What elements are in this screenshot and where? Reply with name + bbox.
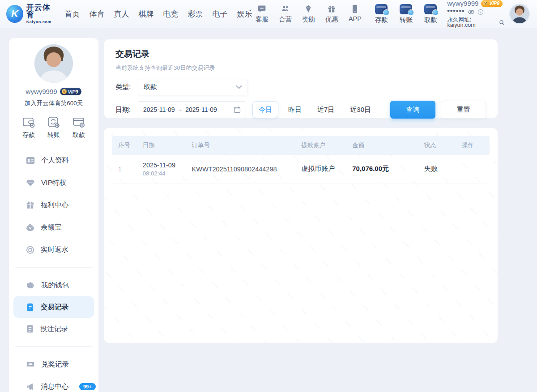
balance-dropdown-icon[interactable] — [477, 9, 484, 15]
menu-label: 余额宝 — [41, 223, 62, 232]
menu-label: VIP特权 — [41, 178, 66, 187]
wallet-outline-icon — [22, 116, 35, 128]
nav-item-entertainment[interactable]: 娱乐 — [237, 9, 252, 19]
transaction-table-card: 序号 日期 订单号 提款账户 金额 状态 操作 1 2025-11-09 08:… — [104, 128, 498, 343]
nav-item-esports[interactable]: 电竞 — [163, 9, 178, 19]
service-label: 赞助 — [302, 15, 315, 24]
welfare-gift-icon — [26, 201, 34, 209]
partnership-button[interactable]: 合营 — [275, 4, 295, 24]
sidebar-quick-actions: 存款 转账 取款 — [9, 116, 98, 139]
profile-avatar[interactable] — [34, 44, 73, 83]
menu-label: 交易记录 — [41, 303, 68, 312]
app-download-button[interactable]: APP — [345, 4, 365, 24]
account-sidebar: wywy9999 V VIP9 加入开云体育第600天 存款 转账 取款 — [9, 38, 98, 392]
sidebar-transfer-button[interactable]: 转账 — [47, 116, 60, 139]
transfer-button[interactable]: 转账 — [396, 4, 416, 24]
col-amount: 金额 — [346, 141, 418, 149]
col-status: 状态 — [418, 141, 456, 149]
sidebar-menu: 个人资料 VIP特权 福利中心 余额宝 实时返水 我的钱包 交易记录 — [9, 149, 98, 392]
type-selected-value: 取款 — [144, 83, 157, 91]
withdraw-button[interactable]: 取款 — [420, 4, 441, 24]
range-7days-button[interactable]: 近7日 — [311, 101, 340, 118]
nav-item-slots[interactable]: 电子 — [212, 9, 227, 19]
type-filter-row: 类型: 取款 — [115, 79, 486, 95]
vip-level-label: VIP9 — [68, 89, 78, 94]
reset-button[interactable]: 重置 — [441, 101, 486, 119]
vip-v-icon: V — [483, 1, 488, 6]
menu-label: 兑奖记录 — [41, 360, 69, 369]
col-account: 提款账户 — [295, 141, 346, 149]
service-icon-group: 客服 合营 赞助 优惠 APP — [252, 4, 365, 24]
logo-k-icon: K — [6, 5, 23, 23]
sidebar-item-transactions[interactable]: 交易记录 — [13, 296, 94, 318]
deposit-card-icon — [375, 4, 388, 14]
vip-badge-gold: V VIP9 — [481, 0, 503, 7]
search-button[interactable]: 查询 — [390, 101, 435, 119]
service-label: APP — [349, 15, 362, 22]
logo-subtitle: Kaiyun.com — [26, 20, 57, 24]
gift-icon — [327, 4, 336, 14]
row-index: 1 — [112, 166, 136, 173]
sidebar-item-profile[interactable]: 个人资料 — [9, 149, 98, 171]
service-label: 优惠 — [325, 15, 338, 24]
header-avatar[interactable] — [509, 4, 530, 24]
sidebar-item-messages[interactable]: 消息中心 99+ — [9, 375, 98, 392]
filter-action-buttons: 查询 重置 — [390, 101, 486, 119]
rebate-rings-icon — [26, 246, 34, 254]
page-subtitle: 当前系统支持查询最近30日的交易记录 — [115, 64, 486, 72]
row-time: 08:02:44 — [143, 170, 186, 177]
piggy-bank-icon — [26, 281, 35, 289]
site-logo[interactable]: K 开云体育 Kaiyun.com — [6, 4, 56, 24]
chat-bubble-icon — [257, 4, 266, 14]
search-icon[interactable] — [499, 20, 505, 26]
id-card-icon — [26, 157, 35, 164]
col-index: 序号 — [112, 141, 136, 149]
menu-label: 消息中心 — [41, 382, 68, 392]
table-header-row: 序号 日期 订单号 提款账户 金额 状态 操作 — [112, 136, 490, 155]
col-order-no: 订单号 — [186, 141, 295, 149]
eye-off-icon[interactable] — [468, 9, 475, 15]
transfer-card-icon — [400, 4, 412, 14]
nav-item-sports[interactable]: 体育 — [89, 9, 104, 19]
vip-level-label: VIP9 — [489, 1, 499, 6]
logo-title: 开云体育 — [26, 4, 57, 19]
sidebar-item-welfare[interactable]: 福利中心 — [9, 194, 98, 216]
row-account: 虚拟币账户 — [295, 165, 346, 173]
promotions-button[interactable]: 优惠 — [322, 4, 341, 24]
sidebar-deposit-button[interactable]: 存款 — [22, 116, 35, 139]
date-start-value: 2025-11-09 — [143, 106, 175, 113]
date-range-input[interactable]: 2025-11-09 ~ 2025-11-09 — [138, 101, 246, 118]
withdraw-card-icon — [424, 4, 437, 14]
service-label: 客服 — [256, 15, 268, 24]
range-yesterday-button[interactable]: 昨日 — [282, 101, 307, 118]
sponsor-button[interactable]: 赞助 — [298, 4, 318, 24]
type-select[interactable]: 取款 — [138, 79, 248, 95]
sidebar-divider — [15, 346, 92, 347]
range-today-button[interactable]: 今日 — [252, 101, 278, 118]
menu-label: 福利中心 — [41, 200, 68, 210]
sidebar-item-vip[interactable]: VIP特权 — [9, 171, 98, 194]
date-filter-row: 日期: 2025-11-09 ~ 2025-11-09 今日 昨日 近7日 近3… — [115, 101, 486, 119]
transactions-ledger-icon — [26, 303, 34, 311]
sidebar-item-betting-records[interactable]: 投注记录 — [9, 318, 98, 340]
user-info-block: wywy9999 V VIP9 ****** 永久网址: kaiyun.com — [447, 0, 505, 28]
vip-badge-navy: V VIP9 — [60, 88, 82, 95]
sidebar-item-wallet[interactable]: 我的钱包 — [9, 274, 98, 296]
sidebar-item-yuebao[interactable]: 余额宝 — [9, 216, 98, 239]
nav-item-live[interactable]: 真人 — [114, 9, 129, 19]
prize-ticket-icon — [26, 361, 35, 368]
bank-card-outline-icon — [72, 116, 85, 128]
nav-item-home[interactable]: 首页 — [64, 9, 80, 19]
sidebar-item-prize-records[interactable]: 兑奖记录 — [9, 353, 98, 375]
customer-service-button[interactable]: 客服 — [252, 4, 272, 24]
wallet-label: 转账 — [400, 16, 413, 24]
sidebar-withdraw-button[interactable]: 取款 — [72, 116, 85, 139]
sidebar-item-rebate[interactable]: 实时返水 — [9, 239, 98, 261]
nav-item-lottery[interactable]: 彩票 — [188, 9, 203, 19]
message-count-badge: 99+ — [79, 383, 96, 390]
calendar-icon — [234, 106, 241, 113]
nav-item-cards[interactable]: 棋牌 — [138, 9, 153, 19]
deposit-button[interactable]: 存款 — [371, 4, 392, 24]
range-30days-button[interactable]: 近30日 — [344, 101, 377, 118]
row-datetime: 2025-11-09 08:02:44 — [136, 162, 186, 177]
